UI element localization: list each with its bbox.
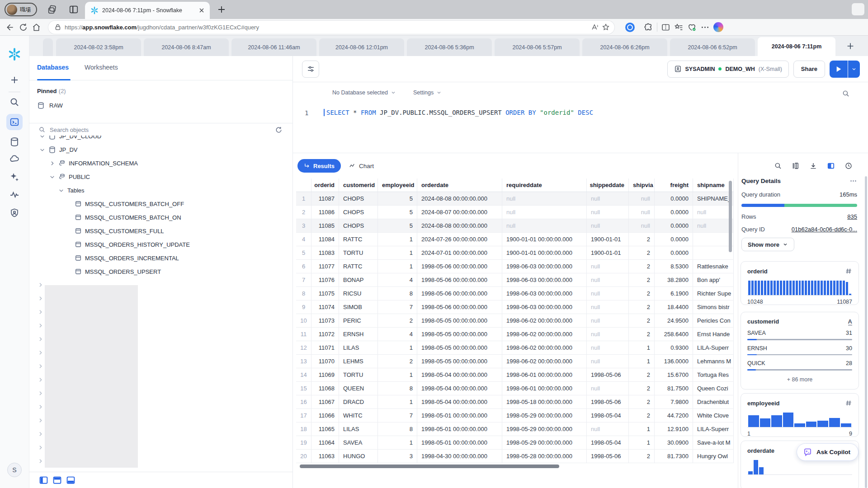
table-cell[interactable]: RATTC <box>339 260 378 273</box>
chevron-right-icon[interactable] <box>49 160 55 166</box>
run-options-chevron-icon[interactable] <box>848 61 860 78</box>
chevron-right-icon[interactable] <box>38 323 43 328</box>
table-cell[interactable]: null <box>587 341 629 354</box>
table-cell[interactable]: 81.7500 <box>655 382 693 395</box>
table-cell[interactable]: 38.2800 <box>655 273 693 286</box>
table-cell[interactable]: 1998-05-06 00:00:00.000 <box>417 300 502 314</box>
table-cell[interactable]: 11071 <box>311 341 339 354</box>
table-cell[interactable]: 1998-05-01 00:00:00.000 <box>417 436 502 449</box>
table-cell[interactable]: LILA-Superr <box>693 422 734 436</box>
table-cell[interactable]: 2 <box>629 287 655 300</box>
table-cell[interactable]: CHOPS <box>339 219 378 232</box>
address-bar[interactable]: https://app.snowflake.com/jugdhon/cdata_… <box>48 21 614 34</box>
table-cell[interactable]: null <box>587 273 629 286</box>
table-cell[interactable]: null <box>629 206 655 219</box>
settings-more-icon[interactable] <box>700 23 710 32</box>
header-cell[interactable]: customerid <box>339 178 378 192</box>
table-cell[interactable]: 81.7300 <box>655 450 693 463</box>
download-icon[interactable] <box>809 162 817 170</box>
toggle-top-panel-icon[interactable] <box>53 476 61 484</box>
editor-settings[interactable]: Settings <box>413 89 442 96</box>
table-cell[interactable]: 7 <box>378 409 417 422</box>
table-cell[interactable]: 2 <box>629 300 655 314</box>
table-cell[interactable]: Pericles Con <box>693 314 734 327</box>
table-cell[interactable]: CHOPS <box>339 192 378 205</box>
header-cell[interactable]: shipname <box>693 178 734 192</box>
chevron-right-icon[interactable] <box>38 418 43 423</box>
tree-item-table[interactable]: MSSQL_ORDERS_HISTORY_UPDATE <box>75 238 190 251</box>
new-tab-icon[interactable] <box>216 4 227 15</box>
table-cell[interactable]: 2 <box>629 273 655 286</box>
header-cell[interactable]: shipvia <box>629 178 655 192</box>
split-screen-icon[interactable] <box>661 23 670 32</box>
tab-worksheets[interactable]: Worksheets <box>85 64 118 71</box>
workspaces-icon[interactable] <box>47 5 57 14</box>
chevron-down-icon[interactable] <box>39 147 45 153</box>
table-cell[interactable]: 5 <box>378 219 417 232</box>
table-cell[interactable]: 0.0000 <box>655 206 693 219</box>
table-cell[interactable]: 1998-05-29 00:00:00.000 <box>502 436 587 449</box>
table-cell[interactable]: 8.5300 <box>655 260 693 273</box>
table-cell[interactable]: 1998-05-29 00:00:00.000 <box>502 409 587 422</box>
table-cell[interactable]: 1998-05-04 00:00:00.000 <box>417 395 502 408</box>
table-cell[interactable]: 1 <box>378 341 417 354</box>
query-id-link[interactable]: 01b62a84-0c06-dd6c-0... <box>792 226 857 233</box>
table-cell[interactable]: 1900-01-01 00:00:00.000 <box>502 246 587 259</box>
table-cell[interactable]: Bon app' <box>693 273 734 286</box>
table-cell[interactable]: 2024-07-01 00:00:00.000 <box>417 246 502 259</box>
table-cell[interactable]: 1998-06-01 00:00:00.000 <box>502 382 587 395</box>
table-vertical-scrollbar[interactable] <box>729 181 732 252</box>
password-manager-icon[interactable] <box>625 23 635 32</box>
table-cell[interactable]: 8 <box>378 287 417 300</box>
table-cell[interactable]: null <box>629 192 655 205</box>
read-aloud-icon[interactable] <box>591 23 599 31</box>
worksheet-tab-partial[interactable] <box>43 38 53 56</box>
ask-copilot-button[interactable]: Ask Copilot <box>797 443 859 461</box>
table-cell[interactable]: 1 <box>378 436 417 449</box>
tree-item-table[interactable]: MSSQL_CUSTOMERS_FULL <box>75 224 164 238</box>
table-cell[interactable]: Richter Supe <box>693 287 734 300</box>
chevron-right-icon[interactable] <box>38 363 43 369</box>
chevron-down-icon[interactable] <box>39 136 45 139</box>
table-cell[interactable]: 1900-01-01 00:00:00.000 <box>502 233 587 246</box>
table-cell[interactable]: 7.9800 <box>655 395 693 408</box>
table-cell[interactable]: null <box>587 422 629 436</box>
table-cell[interactable]: 0.0000 <box>655 246 693 259</box>
table-cell[interactable]: 1998-05-04 <box>587 409 629 422</box>
table-cell[interactable]: 1998-05-01 00:00:00.000 <box>417 409 502 422</box>
ai-sparkles-icon[interactable] <box>9 172 20 183</box>
more-values-link[interactable]: + 86 more <box>747 376 852 383</box>
table-cell[interactable]: 2 <box>629 368 655 381</box>
table-cell[interactable]: 11083 <box>311 246 339 259</box>
header-cell[interactable]: freight <box>655 178 693 192</box>
table-cell[interactable]: 2 <box>378 355 417 368</box>
refresh-objects-icon[interactable] <box>275 126 283 134</box>
header-cell[interactable]: requireddate <box>502 178 587 192</box>
table-cell[interactable]: 0.9300 <box>655 341 693 354</box>
table-cell[interactable]: 5 <box>378 192 417 205</box>
tree-item-database[interactable]: JP_DV_CLOUD <box>39 136 101 143</box>
table-cell[interactable]: Simons bistr <box>693 300 734 314</box>
chevron-right-icon[interactable] <box>38 377 43 383</box>
table-cell[interactable]: null <box>587 300 629 314</box>
table-cell[interactable]: 1998-06-03 00:00:00.000 <box>502 260 587 273</box>
worksheet-tab[interactable]: 2024-08-06 5:36pm <box>407 38 492 56</box>
table-cell[interactable]: 1998-05-06 00:00:00.000 <box>417 287 502 300</box>
table-cell[interactable]: 2024-08-08 00:00:00.000 <box>417 219 502 232</box>
table-cell[interactable]: null <box>502 206 587 219</box>
table-cell[interactable]: HUNGO <box>339 450 378 463</box>
table-cell[interactable]: 1 <box>629 355 655 368</box>
table-cell[interactable]: White Clove <box>693 409 734 422</box>
chevron-right-icon[interactable] <box>38 336 43 342</box>
governance-shield-icon[interactable] <box>9 207 20 218</box>
extensions-icon[interactable] <box>644 23 653 32</box>
table-cell[interactable]: 1998-05-05 00:00:00.000 <box>417 355 502 368</box>
table-cell[interactable]: 11077 <box>311 260 339 273</box>
table-cell[interactable]: 1 <box>378 395 417 408</box>
table-cell[interactable]: PERIC <box>339 314 378 327</box>
chevron-right-icon[interactable] <box>38 458 43 464</box>
table-cell[interactable]: 2024-08-07 00:00:00.000 <box>417 206 502 219</box>
browser-tab-active[interactable]: 2024-08-06 7:11pm - Snowflake <box>85 2 210 19</box>
query-details-menu-icon[interactable] <box>849 177 857 185</box>
chevron-right-icon[interactable] <box>38 350 43 356</box>
